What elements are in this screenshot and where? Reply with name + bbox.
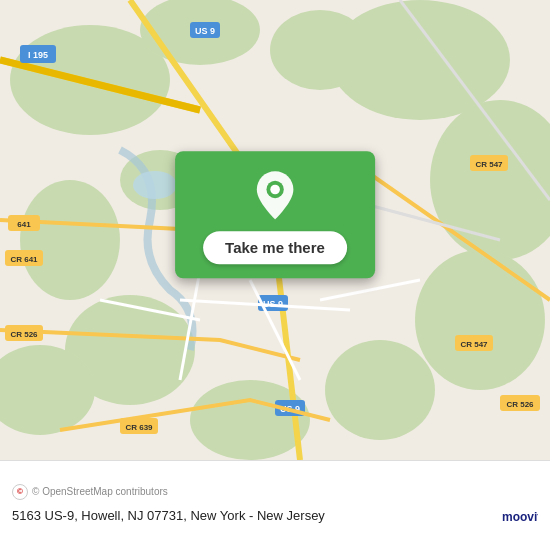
copyright-row: © © OpenStreetMap contributors	[12, 484, 538, 500]
svg-point-5	[415, 250, 545, 390]
svg-text:CR 547: CR 547	[475, 160, 503, 169]
svg-point-11	[270, 10, 370, 90]
svg-point-13	[133, 171, 177, 199]
take-me-there-button[interactable]: Take me there	[203, 231, 347, 264]
svg-text:CR 547: CR 547	[460, 340, 488, 349]
address-row: 5163 US-9, Howell, NJ 07731, New York - …	[12, 504, 538, 528]
svg-text:US 9: US 9	[195, 26, 215, 36]
svg-text:moovit: moovit	[502, 509, 538, 523]
svg-text:CR 639: CR 639	[125, 423, 153, 432]
svg-text:CR 526: CR 526	[10, 330, 38, 339]
map-view: I 195 US 9 US 9 US 9 641 CR 641 CR 526 C…	[0, 0, 550, 460]
navigation-overlay: Take me there	[175, 151, 375, 278]
copyright-text: © OpenStreetMap contributors	[32, 486, 168, 497]
action-card: Take me there	[175, 151, 375, 278]
svg-text:CR 641: CR 641	[10, 255, 38, 264]
moovit-logo: moovit	[502, 504, 538, 528]
svg-text:CR 526: CR 526	[506, 400, 534, 409]
svg-text:641: 641	[17, 220, 31, 229]
svg-point-7	[20, 180, 120, 300]
address-text: 5163 US-9, Howell, NJ 07731, New York - …	[12, 508, 325, 523]
moovit-wordmark: moovit	[502, 504, 538, 528]
svg-point-6	[325, 340, 435, 440]
osm-logo: ©	[12, 484, 28, 500]
svg-text:I 195: I 195	[28, 50, 48, 60]
svg-point-38	[270, 185, 280, 195]
bottom-info-bar: © © OpenStreetMap contributors 5163 US-9…	[0, 460, 550, 550]
location-pin-icon	[253, 169, 297, 221]
